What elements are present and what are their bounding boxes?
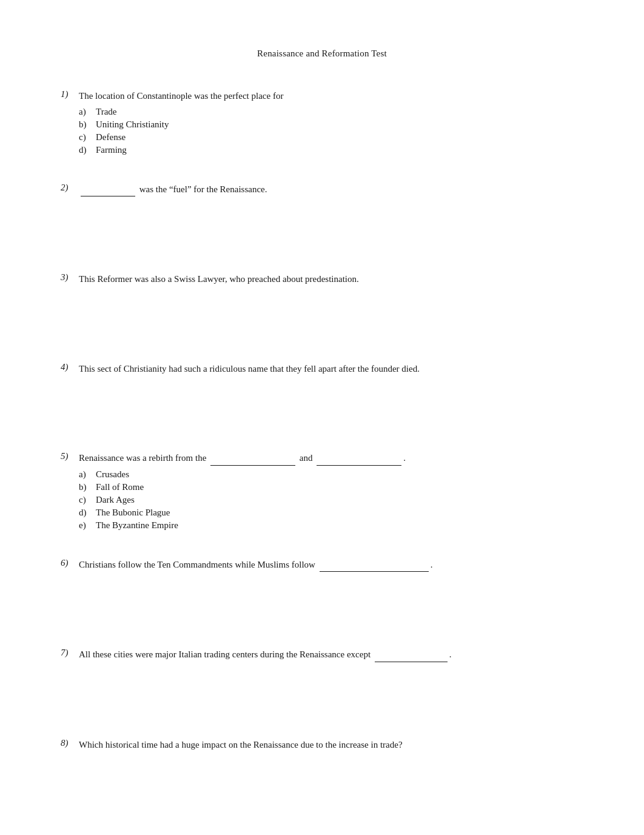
choice-1b-label: b) [79,119,96,130]
spacer-4 [61,403,583,451]
question-5-text: Renaissance was a rebirth from the and . [79,451,583,466]
choice-5a-label: a) [79,469,96,480]
choice-1d: d) Farming [79,145,583,155]
question-2-number: 2) [61,183,79,193]
question-3-number: 3) [61,272,79,283]
choice-1a: a) Trade [79,107,583,117]
question-5-choices: a) Crusades b) Fall of Rome c) Dark Ages… [79,469,583,531]
spacer-6 [61,599,583,648]
question-2-blank[interactable] [81,183,135,197]
choice-5e-label: e) [79,520,96,531]
choice-1a-label: a) [79,107,96,117]
spacer-2 [61,224,583,272]
choice-5c-text: Dark Ages [96,495,135,505]
question-5-blank2[interactable] [317,451,401,466]
choice-5b-text: Fall of Rome [96,482,144,492]
question-4-text: This sect of Christianity had such a rid… [79,362,583,376]
choice-1c-label: c) [79,132,96,143]
choice-5b-label: b) [79,482,96,492]
choice-1a-text: Trade [96,107,116,117]
page-title: Renaissance and Reformation Test [61,49,583,59]
question-1-text: The location of Constantinople was the p… [79,89,583,103]
spacer-7 [61,689,583,738]
question-8: 8) Which historical time had a huge impa… [61,738,583,752]
question-4: 4) This sect of Christianity had such a … [61,362,583,376]
choice-5e-text: The Byzantine Empire [96,520,178,531]
question-3: 3) This Reformer was also a Swiss Lawyer… [61,272,583,286]
spacer-3 [61,314,583,362]
question-6-number: 6) [61,558,79,568]
choice-1b: b) Uniting Christianity [79,119,583,130]
question-7-blank[interactable] [375,648,448,662]
question-8-text: Which historical time had a huge impact … [79,738,583,752]
choice-5b: b) Fall of Rome [79,482,583,492]
choice-1d-text: Farming [96,145,127,155]
question-4-number: 4) [61,362,79,372]
question-8-number: 8) [61,738,79,748]
question-5: 5) Renaissance was a rebirth from the an… [61,451,583,531]
question-7: 7) All these cities were major Italian t… [61,648,583,662]
choice-5c: c) Dark Ages [79,495,583,505]
question-5-number: 5) [61,451,79,461]
page: Renaissance and Reformation Test 1) The … [0,0,644,835]
question-7-number: 7) [61,648,79,658]
choice-1d-label: d) [79,145,96,155]
choice-5e: e) The Byzantine Empire [79,520,583,531]
choice-1b-text: Uniting Christianity [96,119,169,130]
question-6-text: Christians follow the Ten Commandments w… [79,558,583,572]
choice-5a: a) Crusades [79,469,583,480]
question-7-text: All these cities were major Italian trad… [79,648,583,662]
question-6-blank[interactable] [320,558,429,572]
question-2-text: was the “fuel” for the Renaissance. [79,183,583,197]
choice-5c-label: c) [79,495,96,505]
choice-1c-text: Defense [96,132,126,143]
question-2: 2) was the “fuel” for the Renaissance. [61,183,583,197]
choice-5d: d) The Bubonic Plague [79,508,583,518]
question-1-choices: a) Trade b) Uniting Christianity c) Defe… [79,107,583,155]
question-3-text: This Reformer was also a Swiss Lawyer, w… [79,272,583,286]
choice-1c: c) Defense [79,132,583,143]
question-6: 6) Christians follow the Ten Commandment… [61,558,583,572]
question-1: 1) The location of Constantinople was th… [61,89,583,155]
question-1-number: 1) [61,89,79,99]
question-5-blank1[interactable] [210,451,295,466]
choice-5d-label: d) [79,508,96,518]
choice-5d-text: The Bubonic Plague [96,508,170,518]
choice-5a-text: Crusades [96,469,129,480]
